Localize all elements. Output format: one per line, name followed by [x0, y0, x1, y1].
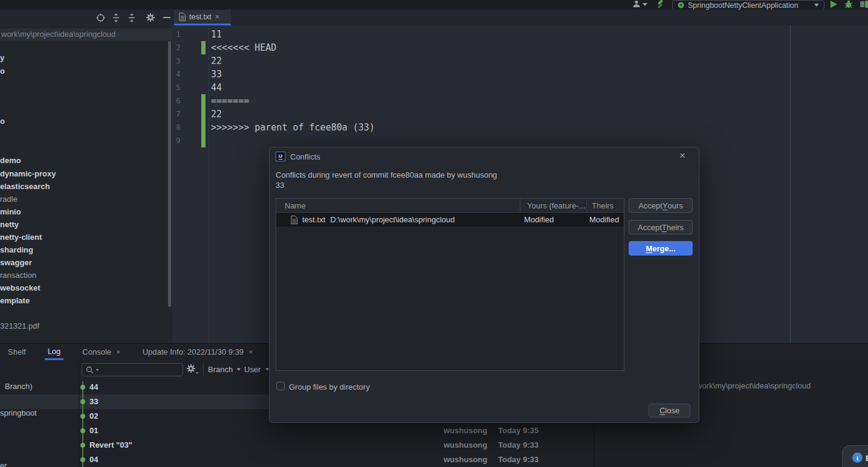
change-marker[interactable] — [201, 41, 206, 54]
panel-header-row: test.txt × — [0, 10, 868, 26]
commit-subject[interactable]: 01 — [89, 426, 98, 435]
editor-line[interactable]: 22 — [211, 54, 222, 68]
log-settings-button[interactable] — [186, 364, 196, 375]
project-tree-item[interactable]: netty — [0, 219, 19, 230]
editor-line-number: 2 — [176, 43, 186, 52]
branch-log-divider[interactable] — [79, 361, 79, 467]
editor-line[interactable]: 44 — [211, 81, 222, 94]
project-tree-item[interactable]: ransaction — [0, 270, 36, 281]
commit-subject[interactable]: Revert "03" — [89, 440, 132, 449]
project-tree-item[interactable]: o — [0, 66, 5, 77]
commit-subject[interactable]: 33 — [89, 397, 98, 406]
change-marker[interactable] — [201, 108, 206, 121]
accept-theirs-button[interactable]: Accept Theirs — [629, 220, 693, 234]
editor-line[interactable]: ======= — [211, 94, 249, 108]
project-tree-item[interactable]: demo — [0, 155, 21, 166]
locate-file-button[interactable] — [96, 13, 105, 22]
commit-subject[interactable]: 04 — [89, 455, 98, 464]
editor-line[interactable]: 11 — [211, 28, 222, 41]
search-options-caret-icon[interactable] — [96, 369, 99, 371]
commit-subject[interactable]: 44 — [89, 382, 98, 391]
collapse-all-icon — [128, 13, 136, 22]
build-project-button[interactable] — [655, 0, 664, 10]
run-configuration-label: SpringbootNettyClientApplication — [688, 1, 811, 10]
commit-subject[interactable]: 02 — [89, 411, 98, 420]
tab-close-icon[interactable]: × — [116, 347, 121, 356]
merge-button[interactable]: Merge... — [629, 241, 693, 256]
project-tree-item[interactable]: 321321.pdf — [0, 321, 39, 332]
project-tree-item[interactable]: websocket — [0, 283, 40, 294]
commit-dot — [80, 385, 85, 390]
bottom-tab-update-info-2022-11-30-9-39[interactable]: Update Info: 2022/11/30 9:39× — [140, 344, 256, 360]
project-tree-item[interactable]: radle — [0, 194, 18, 205]
project-tree-item[interactable]: netty-client — [0, 232, 42, 243]
change-marker[interactable] — [201, 121, 206, 134]
debug-button[interactable] — [844, 0, 853, 10]
branch-filter-button[interactable]: Branch — [208, 365, 233, 374]
tab-close-icon[interactable]: × — [248, 347, 253, 356]
user-menu-caret-icon[interactable] — [643, 3, 647, 6]
close-button[interactable]: Close — [649, 404, 690, 417]
editor-line[interactable]: >>>>>>> parent of fcee80a (33) — [211, 121, 375, 134]
project-path-text: work\my\project\idea\springcloud — [1, 28, 115, 40]
editor-tab-test-txt[interactable]: test.txt × — [174, 10, 231, 25]
bottom-tab-log[interactable]: Log — [45, 344, 64, 360]
branch-list-item[interactable]: Branch) — [5, 382, 33, 391]
user-icon — [632, 0, 641, 8]
bottom-tab-label: Shelf — [8, 347, 26, 356]
project-tree-item[interactable]: minio — [0, 207, 21, 217]
tab-close-icon[interactable]: × — [215, 13, 219, 21]
editor-line[interactable]: 33 — [211, 68, 222, 81]
collapse-all-button[interactable] — [127, 13, 137, 22]
bottom-tab-console[interactable]: Console× — [79, 344, 123, 360]
panel-settings-button[interactable] — [146, 13, 155, 22]
project-path-row[interactable]: work\my\project\idea\springcloud — [0, 28, 172, 40]
project-tree-item[interactable]: swagger — [0, 257, 32, 268]
accept-yours-button[interactable]: Accept Yours — [629, 198, 693, 213]
run-configuration-select[interactable]: SpringbootNettyClientApplication — [672, 0, 824, 10]
main-toolbar: SpringbootNettyClientApplication — [0, 0, 868, 10]
editor-line[interactable]: <<<<<<< HEAD — [211, 41, 276, 54]
user-filter-label: User — [244, 365, 261, 374]
branch-filter-caret-icon — [237, 369, 241, 371]
bottom-tab-label: Console — [82, 347, 111, 356]
chevron-down-icon — [814, 4, 819, 7]
branch-list-item[interactable]: er — [0, 461, 7, 467]
editor-line-number: 7 — [176, 109, 186, 118]
group-files-checkbox[interactable] — [276, 382, 285, 390]
expand-all-icon — [112, 13, 120, 22]
user-avatar-button[interactable] — [632, 0, 641, 10]
branch-list-item[interactable]: springboot — [0, 408, 37, 417]
theirs-status: Modified — [589, 215, 619, 224]
coverage-button[interactable] — [860, 0, 868, 10]
change-marker[interactable] — [201, 134, 206, 147]
project-tree-item[interactable]: elasticsearch — [0, 181, 50, 192]
log-search-input[interactable] — [82, 363, 183, 376]
run-button[interactable] — [831, 1, 837, 8]
commit-date: Today 9:33 — [498, 440, 539, 449]
project-scrollbar-thumb[interactable] — [168, 41, 171, 307]
expand-all-button[interactable] — [111, 13, 121, 22]
commit-author: wushusong — [444, 455, 487, 464]
change-marker[interactable] — [201, 94, 206, 108]
bottom-tab-shelf[interactable]: Shelf — [5, 344, 29, 360]
column-theirs[interactable]: Theirs — [592, 201, 614, 210]
editor-line-number: 1 — [176, 30, 186, 39]
conflict-file-row[interactable]: test.txt D:\work\my\project\idea\springc… — [276, 213, 624, 227]
notification-toast[interactable]: i Ev — [842, 445, 868, 467]
column-yours[interactable]: Yours (feature-... — [527, 201, 585, 210]
editor-line[interactable]: 22 — [211, 108, 222, 121]
dialog-close-icon[interactable]: × — [679, 150, 685, 162]
right-margin-guide — [790, 25, 791, 343]
project-tree-item[interactable]: y — [0, 53, 4, 63]
bottom-tab-label: Log — [48, 347, 61, 356]
hide-panel-button[interactable] — [162, 13, 172, 22]
text-file-icon — [291, 216, 297, 224]
commit-dot — [80, 414, 85, 419]
column-name[interactable]: Name — [285, 201, 306, 210]
project-tree-item[interactable]: sharding — [0, 245, 33, 256]
user-filter-button[interactable]: User — [244, 365, 261, 374]
project-tree-item[interactable]: dynamic-proxy — [0, 169, 56, 179]
project-tree-item[interactable]: o — [0, 116, 5, 127]
project-tree-item[interactable]: emplate — [0, 295, 30, 306]
